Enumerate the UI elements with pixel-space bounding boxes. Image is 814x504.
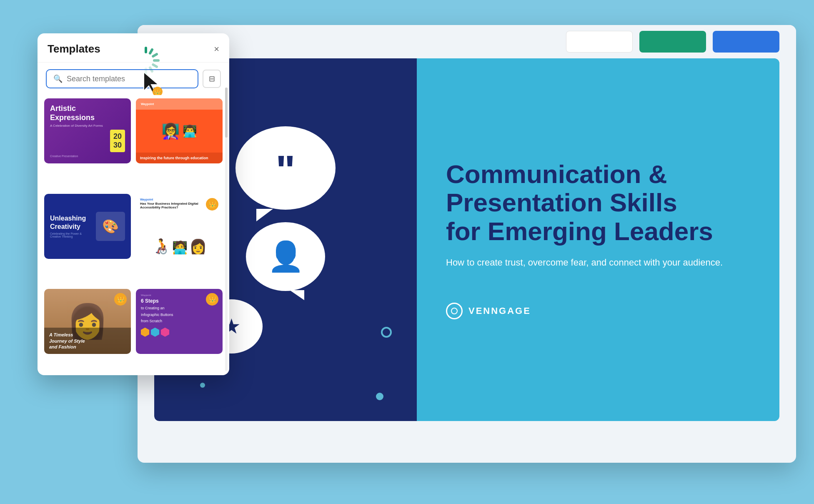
hex-2 bbox=[151, 328, 159, 337]
scroll-indicator[interactable] bbox=[225, 88, 228, 371]
venngage-logo-circle bbox=[446, 303, 463, 319]
svg-rect-4 bbox=[151, 63, 158, 68]
tpl-5-overlay: A TimelessJourney of Styleand Fashion bbox=[44, 328, 131, 354]
slide: + + + " 👤 ★ bbox=[154, 58, 779, 421]
speech-bubble-quote: " bbox=[235, 126, 336, 210]
hex-3 bbox=[161, 328, 169, 337]
panel-title: Templates bbox=[48, 43, 100, 55]
template-card-4[interactable]: Waypoint Has Your Business Integrated Di… bbox=[136, 194, 223, 259]
tpl-6-title: 6 Stepsto Creating anInfographic Buttons… bbox=[141, 298, 218, 324]
filter-button[interactable]: ⊟ bbox=[203, 70, 221, 88]
tpl-1-title: ArtisticExpressions bbox=[50, 104, 125, 122]
filter-icon: ⊟ bbox=[209, 74, 215, 83]
bubble-tail-1 bbox=[256, 209, 273, 221]
slide-content: Communication & Presentation Skills for … bbox=[446, 83, 750, 396]
slide-subtitle: How to create trust, overcome fear, and … bbox=[446, 256, 750, 269]
tpl-3-text: UnleashingCreativity Celebrating the Pow… bbox=[50, 214, 96, 238]
tpl-4-figures: 🧑‍🦽 🧑‍💻 👩 bbox=[140, 213, 218, 255]
figure-1: 🧑‍🦽 bbox=[152, 237, 170, 255]
ring-deco-2 bbox=[381, 327, 392, 338]
svg-rect-0 bbox=[145, 47, 147, 53]
template-card-6[interactable]: Waypoint 6 Stepsto Creating anInfographi… bbox=[136, 289, 223, 354]
tpl-3-bg: UnleashingCreativity Celebrating the Pow… bbox=[44, 194, 131, 259]
tpl-1-subtitle: A Celebration of Diversity Art Forms bbox=[50, 124, 125, 128]
templates-grid: ArtisticExpressions A Celebration of Div… bbox=[38, 95, 229, 375]
main-toolbar bbox=[138, 25, 796, 58]
bubble-tail-2 bbox=[290, 290, 304, 300]
main-canvas: + + + " 👤 ★ bbox=[154, 58, 779, 421]
toolbar-btn-green[interactable] bbox=[639, 31, 706, 53]
tpl-2-content: Inspiring the future through education bbox=[136, 153, 223, 163]
template-card-2[interactable]: Waypoint 👩‍🏫 👨‍💻 Inspiring the future th… bbox=[136, 98, 223, 163]
slide-title: Communication & Presentation Skills for … bbox=[446, 160, 750, 246]
template-card-3[interactable]: UnleashingCreativity Celebrating the Pow… bbox=[44, 194, 131, 259]
premium-badge-4: 👑 bbox=[206, 198, 218, 211]
templates-panel: Templates × 🔍 ⊟ ArtisticExpressions A Ce… bbox=[38, 33, 229, 375]
loading-spinner bbox=[131, 46, 160, 77]
svg-rect-5 bbox=[148, 66, 154, 73]
tpl-2-person-2: 👨‍💻 bbox=[183, 124, 197, 138]
svg-rect-6 bbox=[145, 68, 147, 74]
speech-bubble-person: 👤 bbox=[246, 222, 325, 291]
person-icon: 👤 bbox=[268, 239, 304, 273]
tpl-2-header: Waypoint bbox=[136, 98, 223, 110]
figure-3: 👩 bbox=[189, 238, 207, 255]
tpl-3-subtitle: Celebrating the Power &Creative Thinking bbox=[50, 232, 96, 238]
svg-rect-2 bbox=[151, 53, 158, 58]
tpl-6-shapes bbox=[141, 328, 218, 337]
tpl-2-title: Inspiring the future through education bbox=[140, 156, 218, 160]
close-button[interactable]: × bbox=[214, 44, 219, 55]
dot-deco-3 bbox=[376, 393, 383, 400]
venngage-logo-inner bbox=[451, 308, 458, 314]
quote-icon: " bbox=[276, 149, 295, 191]
venngage-logo-text: VENNGAGE bbox=[468, 306, 531, 316]
search-box[interactable]: 🔍 bbox=[46, 69, 198, 88]
svg-rect-1 bbox=[148, 48, 154, 55]
tpl-3-graphic: 🎨 bbox=[96, 212, 125, 241]
tpl-6-brand: Waypoint bbox=[141, 294, 218, 296]
slide-right: Communication & Presentation Skills for … bbox=[417, 58, 779, 421]
tpl-2-brand: Waypoint bbox=[141, 103, 218, 105]
tpl-1-footer: Creative Presentation bbox=[50, 155, 125, 158]
figure-2: 🧑‍💻 bbox=[172, 240, 188, 255]
toolbar-btn-blue[interactable] bbox=[713, 31, 779, 53]
search-icon: 🔍 bbox=[53, 74, 63, 83]
svg-rect-3 bbox=[153, 59, 160, 62]
tpl-2-bg: Waypoint 👩‍🏫 👨‍💻 Inspiring the future th… bbox=[136, 98, 223, 163]
scroll-thumb bbox=[225, 88, 228, 138]
tpl-2-image-area: 👩‍🏫 👨‍💻 bbox=[136, 110, 223, 153]
search-input[interactable] bbox=[67, 75, 191, 83]
tpl-2-person-1: 👩‍🏫 bbox=[161, 123, 180, 140]
dot-deco-2 bbox=[200, 383, 205, 388]
toolbar-btn-white[interactable] bbox=[566, 31, 633, 53]
tpl-1-bg: ArtisticExpressions A Celebration of Div… bbox=[44, 98, 131, 163]
hex-1 bbox=[141, 328, 149, 337]
tpl-5-title: A TimelessJourney of Styleand Fashion bbox=[49, 332, 126, 350]
main-window: + + + " 👤 ★ bbox=[138, 25, 796, 463]
template-card-1[interactable]: ArtisticExpressions A Celebration of Div… bbox=[44, 98, 131, 163]
tpl-1-year-badge: 2030 bbox=[110, 130, 125, 152]
slide-logo: VENNGAGE bbox=[446, 303, 750, 319]
template-card-5[interactable]: 👩 A TimelessJourney of Styleand Fashion … bbox=[44, 289, 131, 354]
tpl-3-title: UnleashingCreativity bbox=[50, 214, 96, 230]
